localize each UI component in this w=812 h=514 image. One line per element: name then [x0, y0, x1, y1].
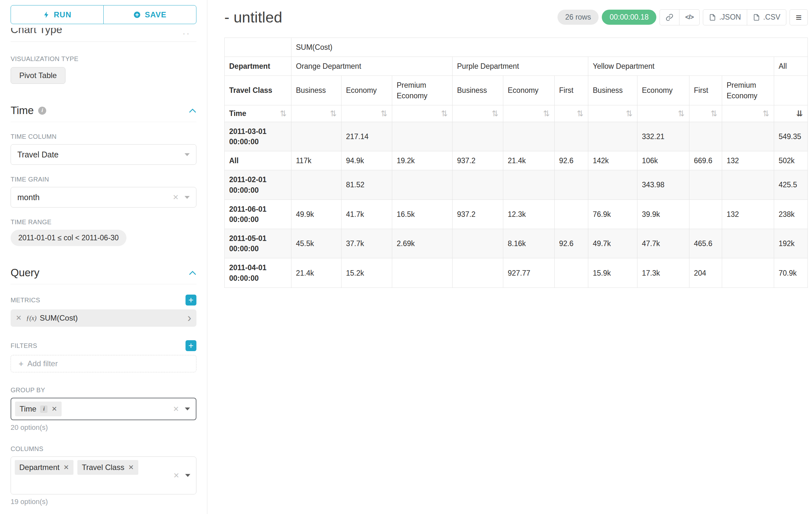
sort-desc-icon[interactable]: ⇊: [796, 108, 803, 119]
columns-tag-department[interactable]: Department ✕: [15, 460, 74, 475]
query-timer-badge: 00:00:00.18: [602, 10, 656, 25]
department-group-header: Purple Department: [453, 57, 588, 76]
sort-icon[interactable]: ⇅: [441, 108, 448, 119]
visualization-type-button[interactable]: Pivot Table: [10, 67, 65, 84]
control-panel: RUN SAVE Chart Type ·· VISUALIZATION TYP…: [0, 0, 207, 514]
time-column-value: Travel Date: [17, 150, 58, 159]
value-cell: 70.9k: [774, 258, 808, 288]
sort-icon[interactable]: ⇅: [330, 108, 337, 119]
clear-all-icon[interactable]: ✕: [173, 471, 179, 480]
travel-class-header: Business: [588, 76, 637, 105]
pivot-table-container: SUM(Cost)DepartmentOrange DepartmentPurp…: [224, 37, 812, 288]
tag-label: Travel Class: [82, 463, 124, 472]
save-button[interactable]: SAVE: [103, 5, 196, 24]
value-cell: [453, 229, 503, 258]
columns-select[interactable]: Department ✕ Travel Class ✕ ✕: [10, 457, 196, 494]
copy-link-button[interactable]: [660, 9, 679, 25]
column-sort-header[interactable]: ⇅: [392, 105, 453, 122]
table-row: 2011-04-01 00:00:0021.4k15.2k927.7715.9k…: [225, 258, 808, 288]
time-range-pill[interactable]: 2011-01-01 ≤ col < 2011-06-30: [10, 230, 126, 246]
run-save-row: RUN SAVE: [10, 5, 196, 24]
sort-icon[interactable]: ⇅: [543, 108, 550, 119]
time-column-select[interactable]: Travel Date: [10, 144, 196, 165]
sort-icon[interactable]: ⇅: [762, 108, 769, 119]
corner-cell: [225, 38, 291, 57]
value-cell: [503, 170, 555, 199]
sort-icon[interactable]: ⇅: [710, 108, 717, 119]
column-sort-header[interactable]: ⇅: [689, 105, 722, 122]
column-sort-header[interactable]: ⇅: [503, 105, 555, 122]
chevron-down-icon[interactable]: [185, 474, 190, 477]
export-csv-button[interactable]: .CSV: [747, 9, 787, 25]
chevron-up-icon[interactable]: [189, 270, 196, 275]
chart-header: - untitled 26 rows 00:00:00.18 </> .JSON: [207, 0, 812, 26]
time-sort-header[interactable]: Time⇅: [225, 105, 291, 122]
sort-header-all-active[interactable]: ⇊: [774, 105, 808, 122]
clear-icon[interactable]: ✕: [173, 193, 179, 202]
value-cell: 106k: [637, 151, 689, 170]
chevron-down-icon: [184, 196, 190, 199]
metric-pill[interactable]: ✕ ƒ(x) SUM(Cost) ›: [10, 309, 196, 327]
travel-class-header: First: [555, 76, 588, 105]
add-filter-label: Add filter: [27, 359, 58, 368]
more-options-button[interactable]: ≡: [789, 9, 808, 25]
sort-icon[interactable]: ⇅: [492, 108, 498, 119]
value-cell: [503, 122, 555, 151]
add-filter-plus-button[interactable]: +: [185, 340, 196, 351]
remove-tag-icon[interactable]: ✕: [51, 405, 57, 413]
value-cell: 937.2: [453, 151, 503, 170]
sort-icon[interactable]: ⇅: [626, 108, 633, 119]
remove-tag-icon[interactable]: ✕: [63, 464, 69, 471]
chevron-down-icon[interactable]: [185, 408, 190, 410]
sort-icon[interactable]: ⇅: [678, 108, 685, 119]
column-sort-header[interactable]: ⇅: [291, 105, 342, 122]
column-sort-header[interactable]: ⇅: [637, 105, 689, 122]
travel-class-header: Economy: [503, 76, 555, 105]
hamburger-menu-icon: ≡: [795, 12, 802, 23]
chevron-down-icon: [184, 153, 190, 156]
group-by-label: GROUP BY: [10, 386, 196, 394]
time-section-header[interactable]: Time i: [10, 104, 196, 122]
sort-icon[interactable]: ⇅: [577, 108, 583, 119]
remove-metric-icon[interactable]: ✕: [16, 314, 22, 322]
chevron-up-icon[interactable]: [189, 108, 196, 113]
travel-class-header: [774, 76, 808, 105]
chevron-right-icon[interactable]: ›: [187, 315, 191, 321]
value-cell: 117k: [291, 151, 342, 170]
value-cell: 92.6: [555, 229, 588, 258]
clear-all-icon[interactable]: ✕: [173, 405, 179, 413]
sort-icon[interactable]: ⇅: [381, 108, 387, 119]
row-header-cell: 2011-06-01 00:00:00: [225, 199, 291, 229]
column-sort-header[interactable]: ⇅: [722, 105, 774, 122]
row-header-cell: 2011-04-01 00:00:00: [225, 258, 291, 288]
value-cell: 669.6: [689, 151, 722, 170]
group-by-select[interactable]: Time i ✕ ✕: [10, 398, 196, 420]
sort-icon[interactable]: ⇅: [280, 108, 287, 119]
travel-class-header: First: [689, 76, 722, 105]
embed-code-button[interactable]: </>: [679, 9, 700, 25]
value-cell: 238k: [774, 199, 808, 229]
query-section-header[interactable]: Query: [10, 267, 196, 284]
value-cell: 81.52: [342, 170, 392, 199]
column-sort-header[interactable]: ⇅: [588, 105, 637, 122]
column-sort-header[interactable]: ⇅: [342, 105, 392, 122]
value-cell: 2.69k: [392, 229, 453, 258]
column-sort-header[interactable]: ⇅: [555, 105, 588, 122]
run-button[interactable]: RUN: [10, 5, 104, 24]
time-grain-select[interactable]: month ✕: [10, 187, 196, 208]
column-sort-header[interactable]: ⇅: [453, 105, 503, 122]
value-cell: [722, 122, 774, 151]
time-section-title: Time: [10, 104, 34, 117]
pivot-table: SUM(Cost)DepartmentOrange DepartmentPurp…: [224, 37, 808, 288]
remove-tag-icon[interactable]: ✕: [128, 464, 134, 471]
export-json-button[interactable]: .JSON: [703, 9, 747, 25]
travel-class-header: Premium Economy: [392, 76, 453, 105]
columns-tag-travel-class[interactable]: Travel Class ✕: [77, 460, 138, 475]
time-range-label: TIME RANGE: [10, 218, 196, 226]
add-metric-button[interactable]: +: [185, 295, 196, 305]
value-cell: 49.9k: [291, 199, 342, 229]
table-row: All117k94.9k19.2k937.221.4k92.6142k106k6…: [225, 151, 808, 170]
filters-label: FILTERS: [10, 342, 37, 350]
group-by-tag-time[interactable]: Time i ✕: [15, 402, 62, 416]
add-filter-button[interactable]: + Add filter: [10, 355, 196, 372]
